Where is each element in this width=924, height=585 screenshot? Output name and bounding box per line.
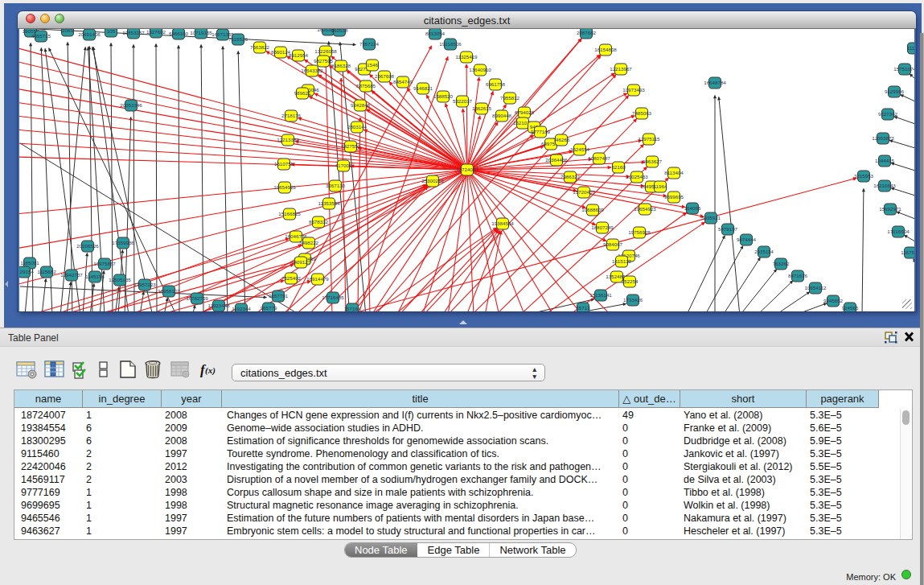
svg-text:10807487: 10807487 — [588, 155, 610, 161]
svg-text:9129966: 9129966 — [885, 89, 905, 94]
svg-text:9777169: 9777169 — [531, 129, 551, 134]
svg-text:20364436: 20364436 — [545, 157, 568, 163]
svg-text:8427552: 8427552 — [341, 143, 361, 149]
svg-text:5935921: 5935921 — [701, 215, 721, 220]
svg-text:15713: 15713 — [576, 305, 590, 311]
svg-text:9827505: 9827505 — [314, 58, 334, 64]
svg-text:1167533: 1167533 — [901, 249, 914, 255]
svg-text:1610755: 1610755 — [274, 161, 294, 167]
svg-text:8990448: 8990448 — [492, 113, 512, 118]
svg-text:417006: 417006 — [335, 163, 352, 168]
svg-text:164095: 164095 — [684, 205, 701, 211]
svg-text:3215953: 3215953 — [854, 173, 874, 179]
svg-text:16543382: 16543382 — [301, 68, 323, 73]
svg-text:9463627: 9463627 — [643, 159, 663, 164]
svg-text:1615132: 1615132 — [612, 258, 632, 264]
svg-text:9227342: 9227342 — [878, 111, 898, 117]
svg-text:13640910: 13640910 — [469, 67, 491, 72]
svg-text:19654925: 19654925 — [273, 184, 296, 190]
svg-text:2935114: 2935114 — [754, 249, 774, 254]
svg-text:965779: 965779 — [261, 305, 277, 311]
svg-text:18724007: 18724007 — [456, 167, 478, 172]
svg-text:10958107: 10958107 — [158, 288, 180, 294]
svg-text:763262: 763262 — [773, 261, 790, 266]
svg-text:12213967: 12213967 — [610, 66, 632, 72]
svg-text:8454749: 8454749 — [393, 79, 413, 84]
svg-text:1733426: 1733426 — [623, 297, 643, 303]
svg-text:10025433: 10025433 — [626, 174, 648, 179]
svg-text:7986322: 7986322 — [561, 174, 581, 179]
svg-text:8912954: 8912954 — [289, 52, 309, 58]
svg-text:15720407: 15720407 — [573, 189, 595, 195]
svg-text:105: 105 — [107, 29, 116, 34]
svg-text:5875685: 5875685 — [356, 83, 376, 89]
svg-text:1145194: 1145194 — [85, 274, 105, 279]
svg-text:9699695: 9699695 — [664, 194, 684, 200]
svg-text:252254: 252254 — [622, 278, 639, 284]
svg-text:10853257: 10853257 — [122, 30, 145, 35]
svg-text:9657791: 9657791 — [269, 293, 289, 299]
svg-text:6794028: 6794028 — [515, 109, 535, 115]
svg-text:12505135: 12505135 — [109, 277, 131, 282]
svg-text:16648784: 16648784 — [704, 80, 726, 85]
svg-text:11353594: 11353594 — [318, 200, 340, 206]
svg-text:3624554: 3624554 — [570, 146, 590, 152]
svg-text:4055715: 4055715 — [31, 33, 51, 39]
svg-text:25300215: 25300215 — [421, 178, 444, 183]
svg-text:10688609: 10688609 — [581, 207, 604, 212]
svg-text:5322037: 5322037 — [453, 98, 473, 104]
svg-text:1192344: 1192344 — [232, 306, 251, 311]
svg-text:9084067: 9084067 — [603, 241, 623, 247]
svg-text:1409127: 1409127 — [291, 259, 311, 265]
svg-text:10719155: 10719155 — [190, 30, 212, 35]
svg-text:17016504: 17016504 — [887, 229, 910, 234]
svg-text:7663822: 7663822 — [250, 44, 270, 50]
svg-text:20691406: 20691406 — [78, 31, 101, 37]
svg-text:2803144: 2803144 — [347, 124, 368, 130]
svg-text:6961758: 6961758 — [486, 81, 506, 87]
svg-text:157164: 157164 — [344, 306, 361, 311]
svg-text:924565: 924565 — [842, 305, 859, 311]
svg-text:16914479: 16914479 — [306, 276, 329, 282]
svg-text:16782759: 16782759 — [186, 295, 208, 301]
svg-text:8113404: 8113404 — [664, 170, 684, 175]
svg-text:8660124: 8660124 — [271, 49, 291, 55]
svg-text:2069: 2069 — [62, 29, 73, 33]
svg-text:746266: 746266 — [553, 137, 570, 142]
svg-text:2718176: 2718176 — [281, 113, 302, 118]
svg-text:1546: 1546 — [367, 62, 378, 68]
svg-text:1129154: 1129154 — [19, 269, 34, 274]
svg-text:3498222: 3498222 — [299, 240, 319, 245]
svg-text:12093873: 12093873 — [872, 135, 894, 141]
svg-text:8813054: 8813054 — [425, 31, 446, 36]
svg-text:1588520: 1588520 — [433, 93, 454, 99]
svg-text:9474444: 9474444 — [737, 237, 757, 242]
svg-text:(x): (x) — [205, 365, 216, 376]
svg-text:15751074: 15751074 — [893, 66, 914, 72]
svg-text:7485063: 7485063 — [632, 110, 652, 116]
svg-text:15166825: 15166825 — [278, 211, 301, 216]
svg-text:3267130: 3267130 — [326, 183, 346, 188]
svg-text:7515526: 7515526 — [228, 36, 248, 42]
svg-text:19654923: 19654923 — [634, 206, 656, 212]
svg-text:16210643: 16210643 — [873, 183, 896, 188]
svg-text:9146821: 9146821 — [413, 85, 433, 91]
svg-text:17957223: 17957223 — [133, 282, 156, 287]
svg-text:12942737: 12942737 — [60, 272, 83, 278]
svg-text:8186328: 8186328 — [331, 63, 351, 68]
svg-text:19218506: 19218506 — [439, 41, 462, 47]
svg-text:8678332: 8678332 — [309, 219, 329, 225]
svg-text:11964: 11964 — [654, 183, 667, 189]
svg-text:19384554: 19384554 — [491, 220, 514, 226]
svg-text:160538: 160538 — [331, 29, 348, 33]
svg-text:5479197: 5479197 — [718, 226, 738, 232]
svg-text:10973493: 10973493 — [622, 87, 645, 93]
svg-text:7955812: 7955812 — [500, 95, 520, 101]
svg-text:15136141: 15136141 — [589, 292, 612, 298]
svg-text:1527602: 1527602 — [146, 29, 166, 35]
svg-text:989621: 989621 — [294, 90, 311, 96]
svg-text:1185081: 1185081 — [20, 260, 39, 266]
svg-text:2367608: 2367608 — [375, 73, 395, 79]
svg-text:6466160: 6466160 — [169, 31, 189, 36]
svg-text:17359936: 17359936 — [112, 240, 134, 245]
